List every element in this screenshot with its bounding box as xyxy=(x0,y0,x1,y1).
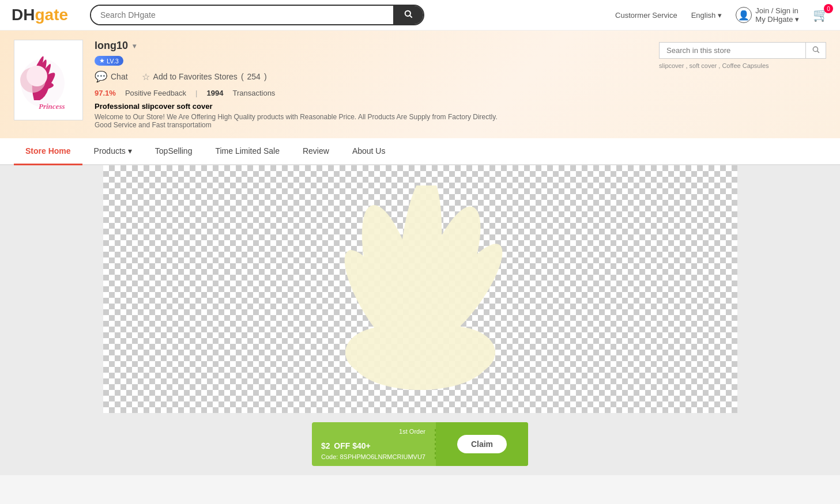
svg-point-5 xyxy=(27,66,47,86)
top-links: Custormer Service English ▾ 👤 Join / Sig… xyxy=(615,6,828,24)
store-level-badge: ★ LV.3 xyxy=(95,56,123,66)
nav-item-about-us[interactable]: About Us xyxy=(341,138,397,165)
store-search-tags: slipcover , soft cover , Coffee Capsules xyxy=(659,62,826,69)
svg-point-16 xyxy=(368,318,472,364)
customer-service-link[interactable]: Custormer Service xyxy=(615,11,677,20)
cart-badge: 0 xyxy=(824,4,833,13)
favorites-count: 254 xyxy=(247,72,261,81)
store-logo-image: Princess xyxy=(17,43,80,118)
banner-svg xyxy=(288,185,553,393)
logo-gate: gate xyxy=(35,6,68,24)
nav-products-arrow-icon: ▾ xyxy=(128,146,132,156)
nav-item-top-selling[interactable]: TopSelling xyxy=(144,138,204,165)
store-search-bar xyxy=(659,42,826,59)
store-navigation: Store Home Products ▾ TopSelling Time Li… xyxy=(0,138,840,165)
claim-coupon-button[interactable]: Claim xyxy=(457,435,507,453)
store-search-input[interactable] xyxy=(660,43,805,58)
transactions-label: Transactions xyxy=(232,89,275,97)
coupon-dollar-amount: $2 xyxy=(321,441,330,450)
store-name-expand-icon[interactable]: ▾ xyxy=(133,42,136,50)
top-bar: DHgate Custormer Service English ▾ 👤 Joi… xyxy=(0,0,840,31)
banner-image xyxy=(288,185,553,393)
main-content: 1st Order $2 OFF $40+ Code: 8SPHPMO6LNRM… xyxy=(0,165,840,475)
store-welcome-text: Welcome to Our Store! We Are Offering Hi… xyxy=(95,113,498,129)
svg-line-1 xyxy=(410,16,412,18)
my-dhgate-label[interactable]: My DHgate xyxy=(755,15,793,24)
store-search-button[interactable] xyxy=(805,43,826,58)
coupon-code-line: Code: 8SPHPMO6LNRMCRIUMVU7 xyxy=(321,453,425,460)
svg-text:Princess: Princess xyxy=(39,102,65,111)
sign-in-label[interactable]: Sign in xyxy=(775,6,798,15)
language-chevron-icon: ▾ xyxy=(718,11,722,20)
level-star-icon: ★ xyxy=(99,57,105,65)
store-stats: 97.1% Positive Feedback | 1994 Transacti… xyxy=(95,89,826,97)
logo[interactable]: DHgate xyxy=(12,6,81,24)
nav-products-label: Products xyxy=(94,146,126,156)
nav-item-store-home[interactable]: Store Home xyxy=(14,138,82,165)
coupon-order-label: 1st Order xyxy=(321,428,425,435)
nav-item-time-limited-sale[interactable]: Time Limited Sale xyxy=(204,138,291,165)
nav-item-review[interactable]: Review xyxy=(291,138,341,165)
store-description: Professional slipcover soft cover xyxy=(95,102,826,111)
transactions-count: 1994 xyxy=(207,89,224,97)
global-search-bar xyxy=(90,5,424,25)
positive-pct: 97.1% xyxy=(95,89,116,97)
chat-button[interactable]: 💬 Chat xyxy=(95,70,128,83)
user-section[interactable]: 👤 Join / Sign in My DHgate ▾ xyxy=(736,6,799,24)
favorites-icon: ☆ xyxy=(142,71,150,82)
coupon-off-label: OFF $40+ xyxy=(334,441,370,450)
my-dhgate-chevron-icon: ▾ xyxy=(795,15,799,24)
coupon-amount: $2 OFF $40+ xyxy=(321,436,425,452)
svg-point-6 xyxy=(813,47,818,51)
coupon-code-prefix: Code: xyxy=(321,453,338,460)
svg-line-7 xyxy=(818,51,819,53)
store-logo: Princess xyxy=(14,40,83,120)
global-search-button[interactable] xyxy=(393,6,423,24)
coupon-code-value: 8SPHPMO6LNRMCRIUMVU7 xyxy=(340,453,425,460)
favorites-label: Add to Favorites Stores xyxy=(153,72,238,81)
store-header: Princess long10 ▾ ★ LV.3 💬 Chat ☆ Add to xyxy=(0,31,840,138)
positive-label: Positive Feedback xyxy=(125,89,186,97)
coupon-bar: 1st Order $2 OFF $40+ Code: 8SPHPMO6LNRM… xyxy=(312,422,528,466)
nav-item-products[interactable]: Products ▾ xyxy=(82,138,144,165)
svg-point-0 xyxy=(405,11,410,16)
chat-icon: 💬 xyxy=(95,70,107,83)
banner-area xyxy=(103,165,737,413)
user-avatar-icon: 👤 xyxy=(736,7,752,23)
store-search-wrap: slipcover , soft cover , Coffee Capsules xyxy=(659,42,826,69)
language-label: English xyxy=(691,11,716,20)
coupon-claim-section: Claim xyxy=(436,422,528,466)
language-selector[interactable]: English ▾ xyxy=(691,11,722,20)
join-signin-text: Join / Sign in My DHgate ▾ xyxy=(755,6,799,24)
coupon-section: 1st Order $2 OFF $40+ Code: 8SPHPMO6LNRM… xyxy=(0,413,840,475)
global-search-input[interactable] xyxy=(91,6,393,24)
coupon-info: 1st Order $2 OFF $40+ Code: 8SPHPMO6LNRM… xyxy=(312,422,435,466)
cart-section[interactable]: 🛒 0 xyxy=(813,7,828,22)
store-name-text: long10 xyxy=(95,40,128,52)
level-text: LV.3 xyxy=(107,58,119,65)
chat-label: Chat xyxy=(111,72,128,81)
logo-dh: DH xyxy=(12,6,35,24)
favorites-button[interactable]: ☆ Add to Favorites Stores ( 254 ) xyxy=(142,71,267,82)
join-label[interactable]: Join xyxy=(755,6,769,15)
